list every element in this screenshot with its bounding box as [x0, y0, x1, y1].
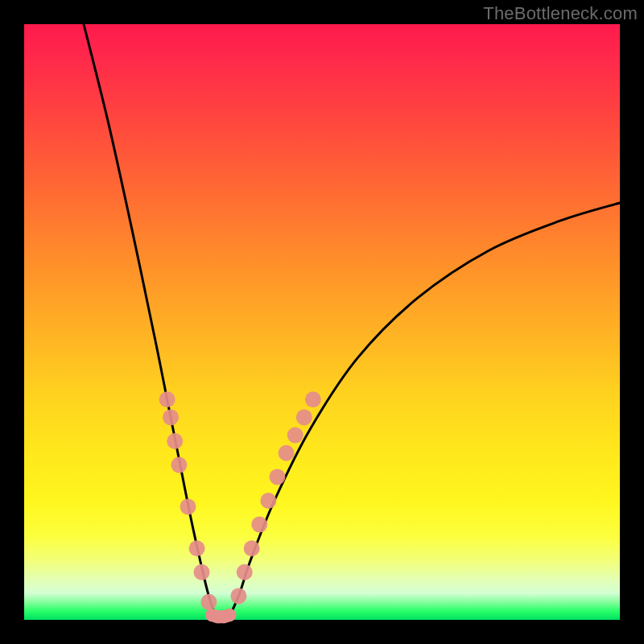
- watermark-text: TheBottleneck.com: [483, 3, 638, 24]
- data-marker: [305, 391, 321, 407]
- plot-area: [24, 24, 620, 620]
- data-marker: [279, 445, 295, 461]
- data-marker: [251, 517, 267, 533]
- data-marker: [189, 540, 205, 556]
- data-marker: [200, 594, 217, 610]
- marker-layer: [159, 391, 321, 623]
- curve-layer: [84, 24, 620, 621]
- data-marker: [244, 540, 260, 556]
- data-marker: [159, 391, 175, 407]
- data-marker: [223, 609, 236, 621]
- data-marker: [260, 493, 276, 509]
- data-marker: [287, 427, 303, 444]
- data-marker: [296, 409, 312, 425]
- chart-frame: TheBottleneck.com: [0, 0, 644, 644]
- data-marker: [194, 564, 210, 580]
- data-marker: [171, 457, 187, 473]
- data-marker: [180, 498, 196, 514]
- data-marker: [270, 469, 286, 485]
- data-marker: [167, 433, 183, 449]
- data-marker: [230, 588, 246, 604]
- bottleneck-curve-path: [84, 24, 620, 621]
- data-marker: [163, 409, 179, 425]
- data-marker: [237, 564, 253, 580]
- chart-svg: [24, 24, 620, 620]
